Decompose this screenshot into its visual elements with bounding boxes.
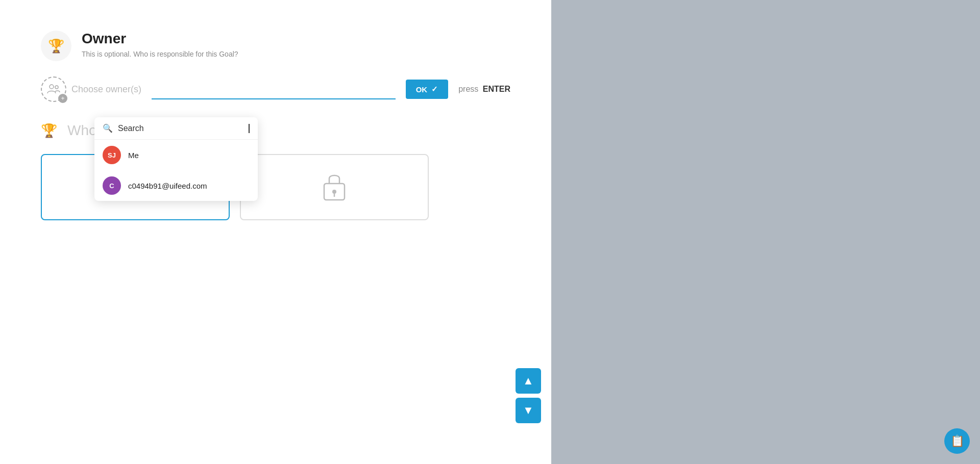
dropdown-item-c[interactable]: C c0494b91@uifeed.com [94, 170, 258, 201]
nav-buttons: ▲ ▼ [516, 368, 541, 423]
lock-icon [319, 169, 350, 205]
nav-up-icon: ▲ [523, 374, 534, 388]
nav-down-button[interactable]: ▼ [516, 398, 541, 423]
search-input[interactable] [118, 124, 242, 133]
nav-down-icon: ▼ [523, 404, 534, 417]
owner-underline-input[interactable] [152, 79, 396, 99]
owner-title: Owner [82, 31, 238, 47]
ok-label: OK [416, 85, 428, 94]
owner-trophy-circle: 🏆 [41, 31, 71, 61]
access-card-lock[interactable] [240, 154, 429, 220]
nav-up-button[interactable]: ▲ [516, 368, 541, 394]
ok-button[interactable]: OK ✓ [406, 80, 449, 99]
press-word: press [458, 85, 478, 93]
svg-point-5 [332, 190, 336, 194]
press-enter-text: press ENTER [458, 85, 510, 94]
me-label: Me [128, 151, 139, 160]
dropdown-item-me[interactable]: SJ Me [94, 140, 258, 170]
floating-clipboard-button[interactable]: 📋 [944, 428, 970, 454]
enter-word: ENTER [483, 85, 510, 93]
owner-subtitle: This is optional. Who is responsible for… [82, 50, 238, 58]
c-email-label: c0494b91@uifeed.com [128, 182, 207, 190]
main-form: 🏆 Owner This is optional. Who is respons… [0, 0, 551, 464]
ok-check: ✓ [431, 85, 438, 94]
right-panel: × ⋮ SJ ▾ + NEW TASK ▾ 📋 [551, 0, 980, 464]
dropdown-search-row: 🔍 [94, 117, 258, 140]
owner-dropdown: 🔍 SJ Me C c0494b91@uifeed.com [94, 117, 258, 201]
access-trophy-icon: 🏆 [41, 123, 57, 139]
choose-owner-button[interactable]: + Choose owner(s) [41, 76, 141, 102]
add-owner-icon: + [41, 76, 66, 102]
choose-owner-text: Choose owner(s) [71, 84, 141, 95]
text-cursor [249, 124, 250, 133]
svg-point-0 [50, 85, 54, 89]
add-plus-icon: + [58, 94, 67, 103]
avatar-c: C [103, 176, 121, 195]
owner-input-row: + Choose owner(s) OK ✓ press ENTER [41, 76, 510, 102]
search-icon: 🔍 [103, 123, 113, 133]
clipboard-icon: 📋 [950, 434, 964, 448]
avatar-me-initials: SJ [108, 151, 116, 159]
avatar-c-initials: C [109, 182, 114, 190]
owner-section: 🏆 Owner This is optional. Who is respons… [41, 31, 510, 102]
svg-point-1 [55, 86, 58, 89]
avatar-me: SJ [103, 146, 121, 164]
trophy-icon: 🏆 [48, 38, 64, 54]
